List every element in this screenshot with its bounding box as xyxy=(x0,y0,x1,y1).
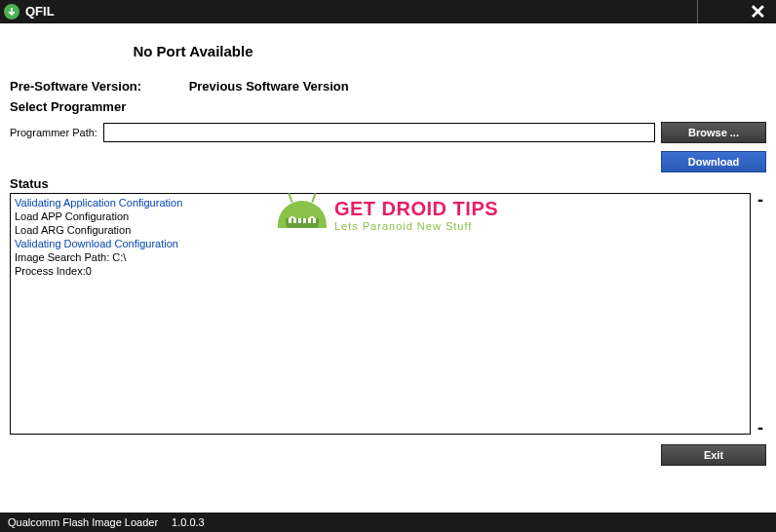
status-container: Validating Application ConfigurationLoad… xyxy=(10,193,766,435)
status-box[interactable]: Validating Application ConfigurationLoad… xyxy=(10,193,751,435)
main-content: No Port Available Pre-Software Version: … xyxy=(0,43,776,466)
status-line: Load ARG Configuration xyxy=(15,223,746,237)
status-line: Validating Download Configuration xyxy=(15,237,746,250)
programmer-path-label: Programmer Path: xyxy=(10,127,97,138)
titlebar: QFIL __ ✕ xyxy=(0,0,776,23)
status-line: Validating Application Configuration xyxy=(15,196,746,209)
browse-button[interactable]: Browse ... xyxy=(661,122,766,143)
app-title: QFIL xyxy=(25,4,653,19)
select-programmer-label: Select Programmer xyxy=(10,99,766,114)
version-row: Pre-Software Version: Previous Software … xyxy=(10,79,766,94)
programmer-path-input[interactable] xyxy=(103,123,655,142)
footer-name: Qualcomm Flash Image Loader xyxy=(8,516,158,528)
app-icon xyxy=(4,4,19,19)
status-line: Image Search Path: C:\ xyxy=(15,250,746,264)
status-label: Status xyxy=(10,176,766,191)
exit-button[interactable]: Exit xyxy=(661,444,766,466)
port-status: No Port Available xyxy=(10,43,766,59)
version-value: Previous Software Version xyxy=(189,79,349,94)
status-collapse-top[interactable]: - xyxy=(755,195,766,205)
version-label: Pre-Software Version: xyxy=(10,79,185,94)
download-button[interactable]: Download xyxy=(661,151,766,172)
footer: Qualcomm Flash Image Loader 1.0.0.3 xyxy=(0,513,776,532)
download-row: Download xyxy=(10,151,766,172)
minimize-button[interactable]: __ xyxy=(698,11,736,20)
status-line: Process Index:0 xyxy=(15,264,746,278)
status-collapse-bottom[interactable]: - xyxy=(755,423,766,433)
status-side: - - xyxy=(755,193,766,435)
status-line: Load APP Configuration xyxy=(15,209,746,223)
exit-row: Exit xyxy=(10,444,766,466)
footer-version: 1.0.0.3 xyxy=(172,516,205,528)
close-button[interactable]: ✕ xyxy=(744,0,772,23)
programmer-row: Programmer Path: Browse ... xyxy=(10,122,766,143)
